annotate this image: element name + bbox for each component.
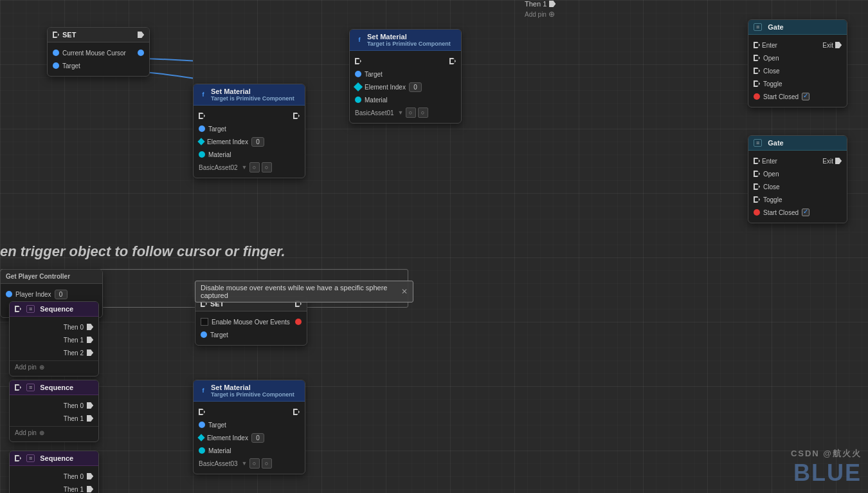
sm2-element-val[interactable]: 0 [251, 433, 264, 443]
gate1-open-pin: Open [748, 51, 847, 64]
seq3-then0-pin: Then 0 [10, 470, 98, 483]
smc-material-dot [199, 151, 205, 158]
player-index-pin: Player Index 0 [1, 288, 102, 301]
set-material-1-body: Target Element Index 0 Material BasicAss… [350, 51, 461, 123]
seq3-icon: ≡ [26, 454, 35, 462]
seq2-exec-in [15, 384, 21, 391]
seq1-then1-exec [87, 337, 93, 343]
seq2-add-pin[interactable]: Add pin ⊕ [10, 428, 98, 438]
gate-2-header: ≡ Gate [748, 136, 847, 151]
enable-mouse-dot [295, 319, 302, 325]
set-material-1-title: Set Material [367, 33, 451, 41]
sm2-element-label: Element Index [207, 434, 248, 442]
smc-target-dot [199, 126, 205, 132]
then1-top-text: Then 1 [525, 0, 547, 8]
gate-2-node: ≡ Gate Enter Exit Open Close Toggle [748, 135, 847, 223]
set-enable-target-pin: Target [195, 328, 307, 341]
sm1-material-dot [355, 97, 361, 103]
set-material-1-node: f Set Material Target is Primitive Compo… [349, 29, 462, 124]
add-pin-top[interactable]: Add pin ⊕ [525, 10, 555, 19]
seq2-add-pin-icon: ⊕ [39, 429, 44, 436]
enable-mouse-label: Enable Mouse Over Events [212, 319, 290, 326]
gate2-enter-label: Enter [762, 158, 777, 165]
set-node-top-header: SET [48, 28, 149, 42]
sm1-target-label: Target [365, 71, 383, 78]
sm1-material-label: Material [365, 97, 388, 104]
gate2-open-label: Open [763, 171, 779, 178]
gate1-enter-exit: Enter Exit [748, 39, 847, 51]
inline-comment-close[interactable]: ✕ [401, 287, 408, 296]
sm2-material-label: Material [208, 447, 231, 454]
seq1-then1-pin: Then 1 [10, 333, 98, 346]
set-enable-body: Enable Mouse Over Events Target [195, 312, 307, 345]
sm1-mat-btn2[interactable]: ○ [418, 107, 428, 118]
inline-comment-text: Disable mouse over events while we have … [201, 284, 397, 299]
gate1-startclosed-check[interactable] [802, 93, 809, 100]
gate2-close-label: Close [763, 183, 780, 191]
seq1-divider [10, 360, 98, 361]
seq1-then0-label: Then 0 [64, 324, 84, 331]
target-label-set: Target [62, 62, 80, 70]
enable-mouse-icon [201, 318, 208, 326]
seq1-then2-exec [87, 349, 93, 356]
sm1-target-dot [355, 71, 361, 77]
seq1-then1-label: Then 1 [64, 337, 84, 344]
get-player-header: Get Player Controller [1, 270, 102, 284]
seq3-exec-in [15, 455, 21, 461]
set-material-center-body: Target Element Index 0 Material BasicAss… [194, 106, 305, 178]
gate2-exit-label: Exit [822, 158, 833, 165]
gate1-exit-label: Exit [822, 42, 833, 49]
seq2-then1-pin: Then 1 [10, 412, 98, 425]
set-material-2-icon: f [199, 386, 208, 395]
sequence-1-node: ≡ Sequence Then 0 Then 1 Then 2 Add pin … [9, 301, 99, 377]
seq3-then1-exec [87, 486, 93, 492]
gate2-startclosed-dot [754, 209, 760, 216]
seq3-then0-label: Then 0 [64, 473, 84, 480]
sm1-target-pin: Target [350, 68, 461, 80]
smc-element-val[interactable]: 0 [251, 137, 264, 147]
gate1-toggle-label: Toggle [763, 80, 782, 88]
seq1-add-pin[interactable]: Add pin ⊕ [10, 362, 98, 372]
gate1-close-pin: Close [748, 64, 847, 77]
sm1-element-val[interactable]: 0 [409, 82, 422, 92]
sm2-target-dot [199, 422, 205, 428]
sequence-2-body: Then 0 Then 1 Add pin ⊕ [10, 395, 98, 442]
sm1-element-dot [354, 82, 363, 91]
gate-1-header: ≡ Gate [748, 20, 847, 35]
sm1-exec-in [355, 58, 361, 64]
sequence-2-node: ≡ Sequence Then 0 Then 1 Add pin ⊕ [9, 380, 99, 442]
seq3-then0-exec [87, 473, 93, 479]
sequence-3-header: ≡ Sequence [10, 451, 98, 466]
seq2-then0-label: Then 0 [64, 402, 84, 409]
sm2-mat-btn2[interactable]: ○ [262, 458, 272, 469]
gate1-exit-exec [835, 42, 842, 48]
seq2-then1-exec [87, 415, 93, 422]
gate1-exit-group: Exit [822, 42, 842, 49]
sequence-1-body: Then 0 Then 1 Then 2 Add pin ⊕ [10, 317, 98, 376]
gate2-enter-exit: Enter Exit [748, 154, 847, 167]
player-index-value[interactable]: 0 [55, 290, 68, 299]
sequence-3-body: Then 0 Then 1 [10, 466, 98, 493]
smc-mat-btn1[interactable]: ○ [249, 162, 260, 172]
set-material-2-subtitle: Target is Primitive Component [211, 391, 294, 398]
gate2-startclosed-check[interactable] [802, 209, 809, 216]
gate1-startclosed-label: Start Closed [763, 93, 799, 100]
set-material-2-header: f Set Material Target is Primitive Compo… [194, 380, 305, 402]
sm1-mat-btn1[interactable]: ○ [406, 107, 416, 118]
smc-mat-btn2[interactable]: ○ [262, 162, 272, 172]
sequence-1-title: Sequence [40, 305, 73, 313]
seq3-then1-label: Then 1 [64, 486, 84, 493]
set-material-2-node: f Set Material Target is Primitive Compo… [193, 380, 305, 474]
sm2-target-pin: Target [194, 418, 305, 431]
sm1-element-pin: Element Index 0 [350, 80, 461, 93]
gate2-toggle-label: Toggle [763, 196, 782, 203]
smc-target-pin: Target [194, 122, 305, 135]
current-mouse-dot [53, 50, 59, 56]
gate-2-icon: ≡ [754, 139, 762, 147]
seq1-icon: ≡ [26, 305, 35, 313]
current-mouse-out [138, 50, 144, 56]
gate1-open-exec [754, 55, 760, 61]
gate-2-title: Gate [768, 139, 783, 147]
set-material-center-header: f Set Material Target is Primitive Compo… [194, 84, 305, 106]
sm2-mat-btn1[interactable]: ○ [249, 458, 260, 469]
